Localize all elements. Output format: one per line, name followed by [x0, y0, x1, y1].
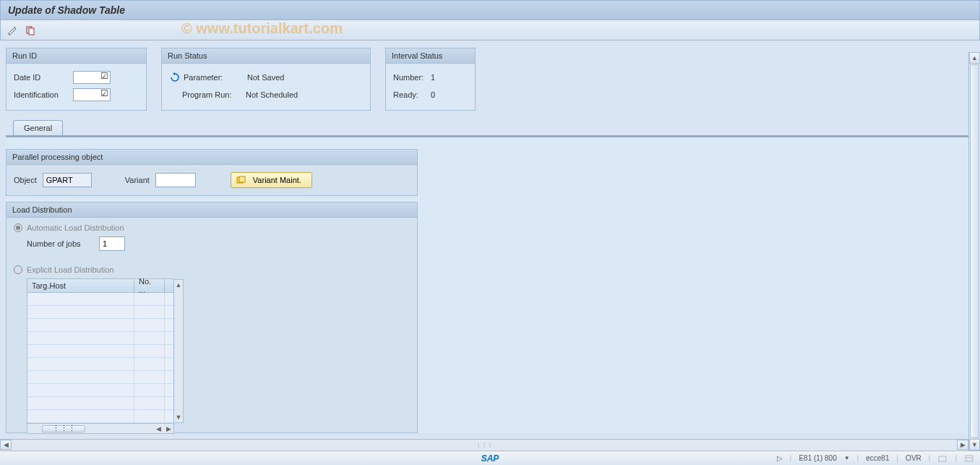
automatic-radio[interactable] [14, 223, 22, 232]
status-arrow-icon[interactable]: ▷ [777, 454, 783, 462]
hscroll-left-icon[interactable]: ◀ [153, 425, 163, 432]
svg-rect-3 [239, 176, 245, 182]
variant-maint-icon [236, 175, 246, 185]
parameter-label: Parameter: [184, 73, 247, 82]
load-table: Targ.Host No. ... [27, 278, 174, 424]
parameter-value: Not Saved [247, 73, 284, 82]
variant-label: Variant [125, 176, 150, 184]
table-row[interactable] [27, 345, 173, 358]
parallel-header: Parallel processing object [7, 150, 417, 165]
run-status-header: Run Status [162, 48, 370, 64]
load-distribution-group: Load Distribution Automatic Load Distrib… [6, 202, 418, 433]
table-col-host[interactable]: Targ.Host [27, 279, 134, 292]
run-id-header: Run ID [7, 48, 146, 64]
object-input[interactable] [43, 173, 92, 187]
tabs-container: General Parallel processing object Objec… [6, 119, 974, 433]
object-label: Object [14, 176, 37, 184]
table-row[interactable] [27, 319, 173, 332]
pencil-icon[interactable] [7, 24, 20, 37]
ready-value: 0 [431, 90, 435, 99]
run-id-group: Run ID Date ID Identification [6, 48, 147, 111]
status-icon-2[interactable] [964, 453, 974, 464]
scroll-up-icon[interactable]: ▲ [174, 280, 183, 290]
table-row[interactable] [27, 410, 173, 423]
num-jobs-input[interactable] [99, 236, 125, 251]
table-row[interactable] [27, 293, 173, 306]
date-id-label: Date ID [14, 73, 70, 82]
main-hscroll-left-icon[interactable]: ◀ [0, 440, 12, 450]
number-label: Number: [393, 73, 431, 82]
main-vscroll[interactable]: ▲ ▼ [968, 52, 980, 451]
main-scroll-up-icon[interactable]: ▲ [969, 52, 980, 64]
status-icon-1[interactable] [937, 453, 947, 464]
ready-label: Ready: [393, 90, 431, 99]
main-scroll-down-icon[interactable]: ▼ [969, 439, 980, 451]
scroll-down-icon[interactable]: ▼ [174, 412, 183, 422]
svg-rect-5 [966, 456, 973, 461]
interval-status-header: Interval Status [386, 48, 475, 64]
tab-general[interactable]: General [13, 120, 63, 135]
date-id-input[interactable] [73, 71, 111, 84]
svg-rect-1 [29, 28, 34, 35]
identification-label: Identification [14, 90, 70, 99]
status-system[interactable]: E81 (1) 800 [799, 454, 836, 462]
table-row[interactable] [27, 371, 173, 384]
main-vscroll-thumb[interactable] [970, 64, 979, 438]
dropdown-arrow-icon[interactable]: ▼ [844, 455, 850, 461]
table-row[interactable] [27, 306, 173, 319]
page-title: Update of Shadow Table [8, 4, 125, 16]
number-value: 1 [431, 73, 435, 82]
table-row[interactable] [27, 332, 173, 345]
table-col-no[interactable]: No. ... [134, 279, 165, 292]
variant-maint-label: Variant Maint. [253, 176, 301, 184]
variant-input[interactable] [155, 173, 196, 187]
sap-logo: SAP [481, 453, 499, 464]
run-status-group: Run Status Parameter: Not Saved Program … [161, 48, 371, 111]
hscroll-handle[interactable]: ⋮⋮⋮ [42, 425, 85, 432]
table-hscroll[interactable]: ⋮⋮⋮ ◀ ▶ [27, 424, 174, 434]
load-header: Load Distribution [7, 202, 417, 218]
table-row[interactable] [27, 397, 173, 410]
main-hscroll-right-icon[interactable]: ▶ [957, 440, 968, 450]
main-hscroll[interactable]: ◀ ⋮⋮⋮ ▶ [0, 439, 968, 451]
variant-maint-button[interactable]: Variant Maint. [231, 172, 312, 188]
automatic-label: Automatic Load Distribution [27, 223, 124, 232]
copy-icon[interactable] [24, 24, 37, 37]
program-run-value: Not Scheduled [246, 90, 298, 99]
svg-rect-4 [939, 456, 946, 461]
toolbar: © www.tutorialkart.com [0, 20, 980, 40]
explicit-radio[interactable] [14, 265, 22, 274]
identification-input[interactable] [73, 88, 111, 101]
parallel-processing-group: Parallel processing object Object Varian… [6, 149, 418, 196]
refresh-icon[interactable] [169, 72, 181, 83]
explicit-radio-row[interactable]: Explicit Load Distribution [14, 265, 410, 274]
table-row[interactable] [27, 384, 173, 397]
status-bar: SAP ▷ | E81 (1) 800 ▼ | ecce81 | OVR | | [0, 451, 980, 465]
hscroll-right-icon[interactable]: ▶ [163, 425, 173, 432]
top-group-row: Run ID Date ID Identification Run Status [6, 48, 974, 111]
table-row[interactable] [27, 358, 173, 371]
interval-status-group: Interval Status Number: 1 Ready: 0 [385, 48, 476, 111]
title-bar: Update of Shadow Table [0, 0, 980, 20]
program-run-label: Program Run: [182, 90, 246, 99]
num-jobs-label: Number of jobs [27, 239, 93, 248]
table-vscroll[interactable]: ▲ ▼ [173, 279, 184, 423]
explicit-label: Explicit Load Distribution [27, 265, 113, 274]
status-server: ecce81 [866, 454, 889, 462]
watermark: © www.tutorialkart.com [181, 20, 343, 37]
status-mode: OVR [906, 454, 921, 462]
table-body [27, 293, 173, 423]
automatic-radio-row[interactable]: Automatic Load Distribution [14, 223, 410, 232]
content-area: Run ID Date ID Identification Run Status [0, 40, 980, 451]
